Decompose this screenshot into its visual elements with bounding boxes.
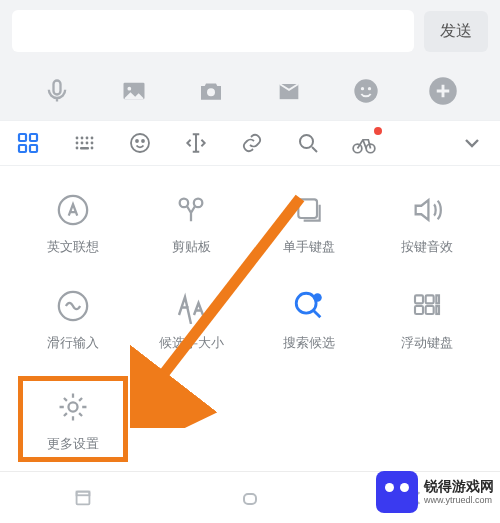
svg-rect-36 <box>415 295 423 303</box>
image-icon[interactable] <box>117 74 151 108</box>
floating-kb-icon <box>407 286 447 326</box>
svg-point-24 <box>136 140 138 142</box>
letter-a-icon <box>53 190 93 230</box>
svg-rect-8 <box>19 134 26 141</box>
cell-onehand[interactable]: 单手键盘 <box>254 184 364 260</box>
svg-rect-40 <box>426 306 434 314</box>
watermark-url: www.ytruedl.com <box>424 495 494 505</box>
envelope-icon[interactable] <box>272 74 306 108</box>
cell-clipboard[interactable]: 剪贴板 <box>136 184 246 260</box>
plus-icon[interactable] <box>426 74 460 108</box>
svg-point-6 <box>368 87 371 90</box>
settings-panel: 英文联想 剪贴板 单手键盘 按键音效 滑行输入 <box>0 166 500 492</box>
attachment-row <box>0 62 500 120</box>
svg-rect-38 <box>436 295 439 303</box>
fontsize-icon <box>171 286 211 326</box>
gamepad-icon <box>376 471 418 513</box>
search-icon[interactable] <box>294 129 322 157</box>
notification-dot-icon <box>374 127 382 135</box>
svg-point-19 <box>91 142 94 145</box>
stack-icon <box>289 190 329 230</box>
cell-label: 剪贴板 <box>172 238 211 256</box>
svg-rect-32 <box>298 199 317 218</box>
send-button[interactable]: 发送 <box>424 11 488 52</box>
svg-point-14 <box>86 137 89 140</box>
svg-rect-43 <box>77 491 90 504</box>
svg-point-23 <box>131 134 149 152</box>
svg-rect-39 <box>415 306 423 314</box>
cell-label: 按键音效 <box>401 238 453 256</box>
camera-icon[interactable] <box>194 74 228 108</box>
cell-label: 滑行输入 <box>47 334 99 352</box>
search-candidate-icon <box>289 286 329 326</box>
cell-label: 浮动键盘 <box>401 334 453 352</box>
svg-point-5 <box>361 87 364 90</box>
svg-point-2 <box>127 87 131 91</box>
link-icon[interactable] <box>238 129 266 157</box>
svg-point-16 <box>76 142 79 145</box>
cell-fontsize[interactable]: 候选字大小 <box>136 280 246 356</box>
bike-icon[interactable] <box>350 129 378 157</box>
cell-floating[interactable]: 浮动键盘 <box>372 280 482 356</box>
compose-bar: 发送 <box>0 0 500 62</box>
svg-point-3 <box>207 88 215 96</box>
keyboard-icon[interactable] <box>70 129 98 157</box>
svg-rect-11 <box>30 145 37 152</box>
emoji-icon[interactable] <box>349 74 383 108</box>
cell-label: 更多设置 <box>47 435 99 453</box>
svg-point-12 <box>76 137 79 140</box>
svg-point-20 <box>76 147 79 150</box>
watermark: 锐得游戏网 www.ytruedl.com <box>370 467 500 517</box>
svg-rect-37 <box>426 295 434 303</box>
svg-rect-21 <box>80 147 89 150</box>
svg-point-18 <box>86 142 89 145</box>
svg-point-26 <box>300 135 313 148</box>
svg-point-42 <box>68 402 77 411</box>
cell-label: 单手键盘 <box>283 238 335 256</box>
svg-rect-45 <box>244 494 256 504</box>
svg-rect-41 <box>436 306 439 314</box>
svg-point-22 <box>91 147 94 150</box>
scissors-icon <box>171 190 211 230</box>
home-icon[interactable] <box>232 480 268 516</box>
cell-label: 候选字大小 <box>159 334 224 352</box>
cell-label: 搜索候选 <box>283 334 335 352</box>
voice-icon[interactable] <box>40 74 74 108</box>
cell-english-predict[interactable]: 英文联想 <box>18 184 128 260</box>
smiley-icon[interactable] <box>126 129 154 157</box>
apps-grid-icon[interactable] <box>14 129 42 157</box>
volume-icon <box>407 190 447 230</box>
svg-point-34 <box>296 293 316 313</box>
svg-rect-9 <box>30 134 37 141</box>
svg-point-15 <box>91 137 94 140</box>
text-input[interactable] <box>12 10 414 52</box>
svg-rect-10 <box>19 145 26 152</box>
svg-point-17 <box>81 142 84 145</box>
cursor-icon[interactable] <box>182 129 210 157</box>
recent-icon[interactable] <box>65 480 101 516</box>
chevron-down-icon[interactable] <box>458 129 486 157</box>
svg-rect-44 <box>77 491 90 495</box>
svg-point-4 <box>354 79 377 102</box>
cell-keysound[interactable]: 按键音效 <box>372 184 482 260</box>
cell-swipe[interactable]: 滑行输入 <box>18 280 128 356</box>
settings-grid: 英文联想 剪贴板 单手键盘 按键音效 滑行输入 <box>18 184 482 462</box>
svg-point-29 <box>59 196 87 224</box>
svg-rect-0 <box>53 81 60 95</box>
cell-more-settings[interactable]: 更多设置 <box>18 376 128 462</box>
cell-search-candidate[interactable]: 搜索候选 <box>254 280 364 356</box>
svg-point-13 <box>81 137 84 140</box>
svg-point-35 <box>313 293 322 302</box>
keyboard-tabs <box>0 120 500 166</box>
gear-icon <box>53 387 93 427</box>
svg-point-25 <box>142 140 144 142</box>
wave-icon <box>53 286 93 326</box>
watermark-brand: 锐得游戏网 <box>424 479 494 494</box>
cell-label: 英文联想 <box>47 238 99 256</box>
